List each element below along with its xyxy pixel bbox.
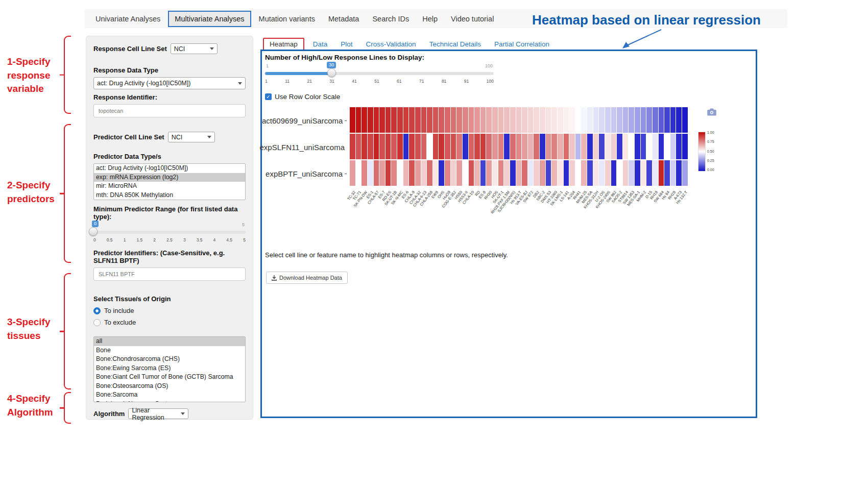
- heatmap-cell[interactable]: [522, 134, 527, 159]
- heatmap-cell[interactable]: [409, 134, 415, 159]
- heatmap-cell[interactable]: [659, 134, 664, 159]
- heatmap-cell[interactable]: [641, 160, 646, 186]
- heatmap-cell[interactable]: [617, 160, 622, 186]
- radio-unchecked-icon[interactable]: [93, 319, 101, 326]
- heatmap-cell[interactable]: [546, 134, 551, 159]
- heatmap-cell[interactable]: [664, 107, 670, 133]
- heatmap-cell[interactable]: [569, 160, 575, 186]
- heatmap-cell[interactable]: [433, 160, 439, 186]
- tissue-exclude-radio-row[interactable]: To exclude: [93, 319, 246, 326]
- heatmap-cell[interactable]: [646, 160, 652, 186]
- heatmap-cell[interactable]: [611, 107, 617, 133]
- heatmap-cell[interactable]: [415, 107, 421, 133]
- display-lines-slider[interactable]: 1 100 30 1112131415161718191100: [265, 62, 494, 86]
- nav-item-help[interactable]: Help: [416, 11, 444, 27]
- heatmap-cell[interactable]: [486, 134, 492, 159]
- heatmap-cell[interactable]: [361, 107, 367, 133]
- heatmap-cell[interactable]: [629, 160, 634, 186]
- predictor-data-type-option[interactable]: mir: MicroRNA: [94, 182, 245, 191]
- heatmap-cell[interactable]: [581, 160, 587, 186]
- heatmap-cell[interactable]: [486, 107, 492, 133]
- heatmap-cell[interactable]: [474, 134, 480, 159]
- heatmap-cell[interactable]: [374, 160, 379, 186]
- heatmap-row-label[interactable]: act609699_uniSarcoma: [262, 107, 349, 134]
- heatmap-cell[interactable]: [605, 160, 611, 186]
- heatmap-cell[interactable]: [581, 107, 587, 133]
- heatmap-cell[interactable]: [427, 107, 432, 133]
- tissue-include-radio-row[interactable]: To include: [93, 307, 246, 314]
- response-data-type-select[interactable]: act: Drug Activity (-log10[IC50M]): [93, 77, 246, 89]
- heatmap-cell[interactable]: [564, 160, 569, 186]
- nav-item-univariate-analyses[interactable]: Univariate Analyses: [89, 11, 167, 27]
- heatmap-cell[interactable]: [534, 160, 539, 186]
- heatmap-cell[interactable]: [551, 134, 557, 159]
- heatmap-cell[interactable]: [516, 160, 522, 186]
- tissue-option[interactable]: Peripheral_Nervous_System: [94, 400, 245, 403]
- response-cell-line-set-select[interactable]: NCI: [171, 43, 218, 54]
- heatmap-cell[interactable]: [480, 160, 486, 186]
- heatmap-cell[interactable]: [385, 160, 391, 186]
- heatmap-cell[interactable]: [510, 134, 516, 159]
- heatmap-cell[interactable]: [546, 160, 551, 186]
- download-heatmap-data-button[interactable]: Download Heatmap Data: [266, 272, 348, 284]
- tab-heatmap[interactable]: Heatmap: [263, 38, 304, 51]
- heatmap-cell[interactable]: [587, 160, 593, 186]
- heatmap-cell[interactable]: [403, 134, 409, 159]
- heatmap-cell[interactable]: [379, 160, 385, 186]
- heatmap-cell[interactable]: [599, 134, 605, 159]
- tab-technical-details[interactable]: Technical Details: [423, 38, 488, 50]
- heatmap-cell[interactable]: [350, 160, 355, 186]
- nav-item-search-ids[interactable]: Search IDs: [366, 11, 416, 27]
- heatmap-cell[interactable]: [350, 107, 355, 133]
- heatmap-cell[interactable]: [629, 134, 634, 159]
- heatmap-cell[interactable]: [456, 160, 462, 186]
- heatmap-cell[interactable]: [391, 134, 397, 159]
- predictor-identifiers-input[interactable]: SLFN11 BPTF: [93, 267, 246, 281]
- heatmap-cell[interactable]: [670, 107, 676, 133]
- heatmap-cell[interactable]: [516, 107, 522, 133]
- heatmap-cell[interactable]: [403, 107, 409, 133]
- nav-item-mutation-variants[interactable]: Mutation variants: [252, 11, 322, 27]
- heatmap-cell[interactable]: [451, 107, 456, 133]
- heatmap-cell[interactable]: [641, 134, 646, 159]
- heatmap-cell[interactable]: [551, 107, 557, 133]
- heatmap-cell[interactable]: [385, 107, 391, 133]
- heatmap-cell[interactable]: [540, 134, 545, 159]
- heatmap-row-label[interactable]: expSLFN11_uniSarcoma: [262, 134, 349, 160]
- heatmap-cell[interactable]: [504, 107, 510, 133]
- heatmap-cell[interactable]: [540, 107, 545, 133]
- heatmap-cell[interactable]: [421, 107, 427, 133]
- heatmap-cell[interactable]: [368, 160, 373, 186]
- heatmap-cell[interactable]: [433, 134, 439, 159]
- heatmap-cell[interactable]: [480, 107, 486, 133]
- camera-icon[interactable]: [707, 108, 716, 116]
- heatmap-cell[interactable]: [546, 107, 551, 133]
- heatmap-cell[interactable]: [480, 134, 486, 159]
- heatmap-cell[interactable]: [522, 160, 527, 186]
- heatmap-cell[interactable]: [623, 107, 629, 133]
- heatmap-cell[interactable]: [356, 107, 361, 133]
- heatmap-cell[interactable]: [528, 160, 534, 186]
- heatmap-cell[interactable]: [617, 134, 622, 159]
- heatmap-cell[interactable]: [368, 134, 373, 159]
- heatmap-cell[interactable]: [659, 107, 664, 133]
- heatmap-cell[interactable]: [439, 107, 444, 133]
- heatmap-cell[interactable]: [451, 134, 456, 159]
- heatmap-cell[interactable]: [427, 160, 432, 186]
- heatmap-cell[interactable]: [569, 134, 575, 159]
- heatmap-cell[interactable]: [676, 160, 682, 186]
- heatmap-cell[interactable]: [474, 160, 480, 186]
- heatmap-cell[interactable]: [575, 160, 581, 186]
- tissue-option[interactable]: Bone:Chondrosarcoma (CHS): [94, 355, 245, 364]
- heatmap-cell[interactable]: [463, 160, 468, 186]
- checkbox-checked-icon[interactable]: ✓: [265, 93, 272, 100]
- heatmap-cell[interactable]: [611, 134, 617, 159]
- heatmap-cell[interactable]: [469, 134, 474, 159]
- heatmap-cell[interactable]: [391, 160, 397, 186]
- heatmap-cell[interactable]: [653, 160, 658, 186]
- heatmap-cell[interactable]: [504, 134, 510, 159]
- heatmap-cell[interactable]: [397, 134, 403, 159]
- heatmap-cell[interactable]: [623, 160, 629, 186]
- heatmap-cell[interactable]: [558, 107, 563, 133]
- heatmap-cell[interactable]: [456, 107, 462, 133]
